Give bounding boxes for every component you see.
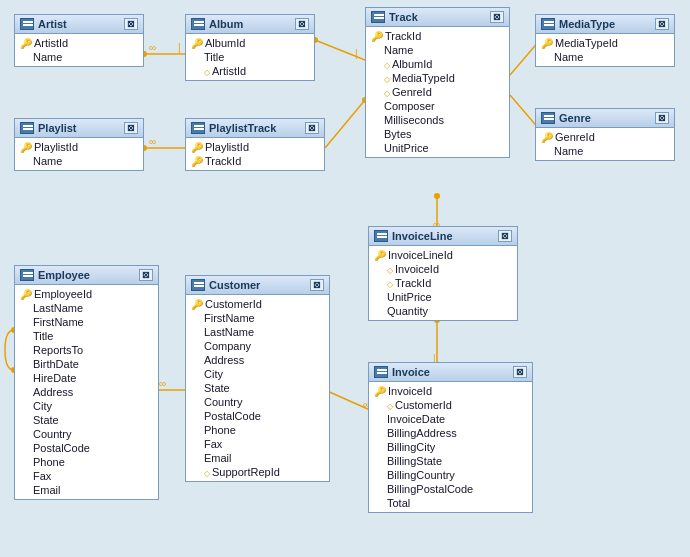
table-playlist-body: 🔑PlaylistId Name — [15, 138, 143, 170]
table-row: Country — [15, 427, 158, 441]
table-row: InvoiceDate — [369, 412, 532, 426]
table-album-header: Album ⊠ — [186, 15, 314, 34]
svg-text:∞: ∞ — [149, 136, 156, 147]
table-row: City — [186, 367, 329, 381]
table-album-body: 🔑AlbumId Title ◇ArtistId — [186, 34, 314, 80]
table-genre-body: 🔑GenreId Name — [536, 128, 674, 160]
table-employee-expand[interactable]: ⊠ — [139, 269, 153, 281]
table-row: Company — [186, 339, 329, 353]
table-row: 🔑EmployeeId — [15, 287, 158, 301]
table-playlist-expand[interactable]: ⊠ — [124, 122, 138, 134]
table-row: UnitPrice — [369, 290, 517, 304]
table-genre-title: Genre — [559, 112, 591, 124]
fk-icon: ◇ — [387, 266, 393, 275]
table-artist-expand[interactable]: ⊠ — [124, 18, 138, 30]
pk-icon: 🔑 — [20, 38, 32, 49]
table-row: Email — [15, 483, 158, 497]
table-row: Total — [369, 496, 532, 510]
table-track-expand[interactable]: ⊠ — [490, 11, 504, 23]
table-row: 🔑ArtistId — [15, 36, 143, 50]
svg-text:|: | — [178, 42, 181, 53]
table-row: Name — [366, 43, 509, 57]
table-playlisttrack-expand[interactable]: ⊠ — [305, 122, 319, 134]
table-row: BillingState — [369, 454, 532, 468]
table-mediatype-header: MediaType ⊠ — [536, 15, 674, 34]
diagram-canvas: ∞ | | ∞ ∞ | ∞ ∞ — [0, 0, 690, 557]
table-invoiceline-expand[interactable]: ⊠ — [498, 230, 512, 242]
svg-point-17 — [434, 193, 440, 199]
pk-icon: 🔑 — [541, 38, 553, 49]
pk-icon: 🔑 — [191, 299, 203, 310]
table-row: 🔑CustomerId — [186, 297, 329, 311]
table-customer-title: Customer — [209, 279, 260, 291]
table-mediatype-title: MediaType — [559, 18, 615, 30]
table-row: 🔑PlaylistId — [186, 140, 324, 154]
table-row: Country — [186, 395, 329, 409]
table-row: 🔑GenreId — [536, 130, 674, 144]
table-employee-title: Employee — [38, 269, 90, 281]
table-customer-body: 🔑CustomerId FirstName LastName Company A… — [186, 295, 329, 481]
table-row: 🔑AlbumId — [186, 36, 314, 50]
table-genre-expand[interactable]: ⊠ — [655, 112, 669, 124]
table-invoiceline-icon — [374, 230, 388, 242]
table-mediatype-body: 🔑MediaTypeId Name — [536, 34, 674, 66]
pk-icon: 🔑 — [191, 38, 203, 49]
table-row: Name — [15, 50, 143, 64]
table-row: Title — [186, 50, 314, 64]
table-row: PostalCode — [186, 409, 329, 423]
table-track-body: 🔑TrackId Name ◇AlbumId ◇MediaTypeId ◇Gen… — [366, 27, 509, 157]
svg-line-22 — [325, 390, 370, 410]
table-playlisttrack-header: PlaylistTrack ⊠ — [186, 119, 324, 138]
table-invoice-title: Invoice — [392, 366, 430, 378]
pk-icon: 🔑 — [191, 156, 203, 167]
table-row: Name — [536, 50, 674, 64]
svg-line-4 — [315, 40, 365, 60]
table-track-header: Track ⊠ — [366, 8, 509, 27]
svg-line-14 — [325, 100, 365, 148]
table-mediatype-expand[interactable]: ⊠ — [655, 18, 669, 30]
pk-icon: 🔑 — [371, 31, 383, 42]
table-album-title: Album — [209, 18, 243, 30]
table-row: Composer — [366, 99, 509, 113]
table-row: ◇SupportRepId — [186, 465, 329, 479]
table-row: BillingCity — [369, 440, 532, 454]
table-customer-icon — [191, 279, 205, 291]
fk-icon: ◇ — [384, 61, 390, 70]
fk-icon: ◇ — [387, 280, 393, 289]
table-genre-icon — [541, 112, 555, 124]
table-playlist-title: Playlist — [38, 122, 77, 134]
svg-text:∞: ∞ — [159, 378, 166, 389]
fk-icon: ◇ — [204, 469, 210, 478]
table-mediatype: MediaType ⊠ 🔑MediaTypeId Name — [535, 14, 675, 67]
table-row: BirthDate — [15, 357, 158, 371]
table-row: ◇ArtistId — [186, 64, 314, 78]
table-row: LastName — [186, 325, 329, 339]
table-row: Phone — [15, 455, 158, 469]
table-genre: Genre ⊠ 🔑GenreId Name — [535, 108, 675, 161]
table-row: BillingCountry — [369, 468, 532, 482]
table-row: ◇CustomerId — [369, 398, 532, 412]
table-playlist-header: Playlist ⊠ — [15, 119, 143, 138]
table-track-title: Track — [389, 11, 418, 23]
table-track: Track ⊠ 🔑TrackId Name ◇AlbumId ◇MediaTyp… — [365, 7, 510, 158]
table-playlisttrack: PlaylistTrack ⊠ 🔑PlaylistId 🔑TrackId — [185, 118, 325, 171]
table-row: HireDate — [15, 371, 158, 385]
table-artist-body: 🔑ArtistId Name — [15, 34, 143, 66]
table-customer-header: Customer ⊠ — [186, 276, 329, 295]
table-artist-header: Artist ⊠ — [15, 15, 143, 34]
fk-icon: ◇ — [384, 89, 390, 98]
table-customer-expand[interactable]: ⊠ — [310, 279, 324, 291]
table-invoice-icon — [374, 366, 388, 378]
table-album-expand[interactable]: ⊠ — [295, 18, 309, 30]
table-playlisttrack-title: PlaylistTrack — [209, 122, 276, 134]
table-row: Fax — [15, 469, 158, 483]
table-row: 🔑MediaTypeId — [536, 36, 674, 50]
table-invoiceline: InvoiceLine ⊠ 🔑InvoiceLineId ◇InvoiceId … — [368, 226, 518, 321]
pk-icon: 🔑 — [374, 250, 386, 261]
table-row: 🔑InvoiceLineId — [369, 248, 517, 262]
table-row: Phone — [186, 423, 329, 437]
table-invoice-expand[interactable]: ⊠ — [513, 366, 527, 378]
pk-icon: 🔑 — [191, 142, 203, 153]
table-invoiceline-body: 🔑InvoiceLineId ◇InvoiceId ◇TrackId UnitP… — [369, 246, 517, 320]
table-row: LastName — [15, 301, 158, 315]
